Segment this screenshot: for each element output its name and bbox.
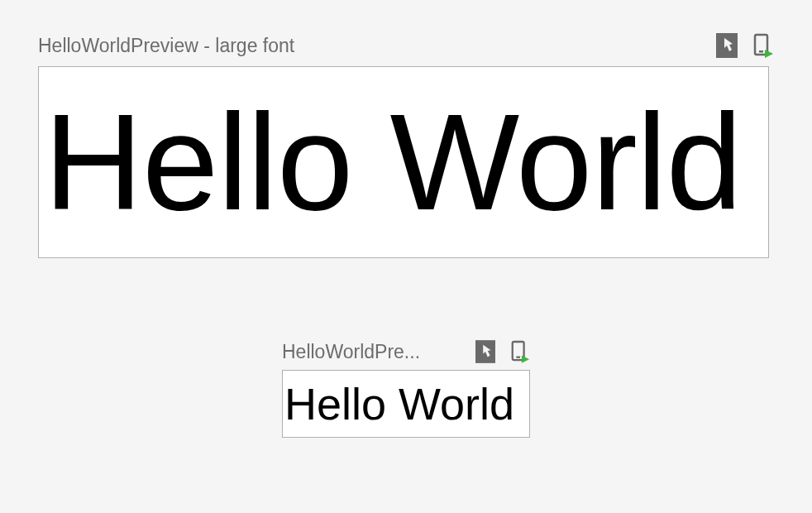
preview-canvas-small: Hello World [282, 370, 530, 438]
svg-rect-2 [759, 50, 763, 53]
preview-actions [716, 33, 774, 58]
preview-actions [475, 340, 530, 363]
preview-canvas-large: Hello World [38, 66, 769, 258]
preview-small-wrapper: HelloWorldPre... Hello Wo [38, 339, 774, 438]
preview-title: HelloWorldPre... [282, 341, 420, 363]
preview-default: HelloWorldPre... Hello Wo [282, 339, 530, 438]
preview-header: HelloWorldPreview - large font [38, 33, 774, 58]
interactive-mode-icon[interactable] [475, 340, 495, 363]
preview-title: HelloWorldPreview - large font [38, 35, 294, 57]
deploy-preview-icon[interactable] [752, 33, 774, 58]
preview-text: Hello World [44, 93, 742, 231]
preview-text: Hello World [284, 381, 514, 426]
preview-large-font: HelloWorldPreview - large font Hello Wor… [38, 33, 774, 258]
preview-header: HelloWorldPre... [282, 339, 530, 364]
svg-rect-5 [516, 357, 520, 358]
deploy-preview-icon[interactable] [510, 340, 530, 363]
interactive-mode-icon[interactable] [716, 33, 738, 58]
